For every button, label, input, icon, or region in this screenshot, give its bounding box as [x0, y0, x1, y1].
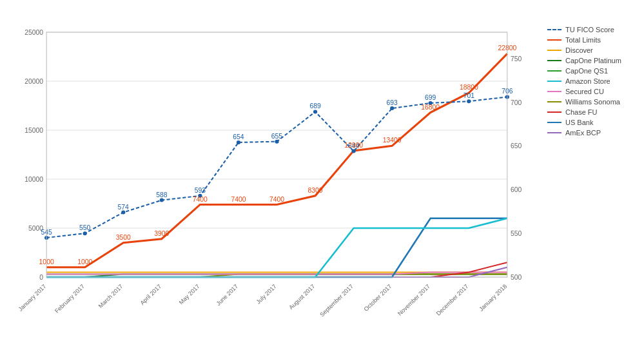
legend-label: AmEx BCP: [565, 129, 601, 137]
legend-line: [547, 60, 561, 61]
svg-text:650: 650: [511, 143, 522, 150]
svg-text:March 2017: March 2017: [97, 283, 124, 309]
svg-point-49: [390, 106, 394, 110]
svg-text:12900: 12900: [344, 142, 363, 149]
legend-item: Amazon Store: [547, 77, 638, 85]
svg-text:September 2017: September 2017: [318, 283, 355, 318]
svg-text:654: 654: [233, 133, 244, 140]
chart-area: 0500010000150002000025000500550600650700…: [6, 19, 638, 329]
legend-line: [547, 132, 561, 133]
legend-line: [547, 39, 561, 41]
svg-text:701: 701: [463, 92, 475, 99]
legend-label: Secured CU: [565, 88, 604, 95]
svg-text:February 2017: February 2017: [54, 283, 86, 314]
legend-line: [547, 81, 561, 82]
svg-text:May 2017: May 2017: [178, 283, 201, 305]
svg-text:693: 693: [387, 99, 398, 106]
svg-text:April 2017: April 2017: [139, 283, 162, 306]
svg-text:550: 550: [79, 224, 91, 231]
legend-label: Williams Sonoma: [565, 98, 620, 106]
svg-text:655: 655: [271, 133, 283, 140]
svg-text:7400: 7400: [231, 196, 246, 203]
legend-item: TU FICO Score: [547, 26, 638, 34]
legend-line: [547, 111, 561, 113]
legend-item: Chase FU: [547, 108, 638, 116]
svg-text:0: 0: [39, 274, 43, 281]
svg-text:November 2017: November 2017: [396, 283, 431, 316]
svg-text:10000: 10000: [24, 176, 43, 183]
svg-point-43: [275, 140, 278, 144]
legend-item: US Bank: [547, 119, 638, 126]
legend-line: [547, 122, 561, 123]
svg-text:8300: 8300: [308, 187, 323, 194]
legend-item: Secured CU: [547, 88, 638, 95]
legend-item: Discover: [547, 46, 638, 54]
svg-point-41: [237, 140, 240, 144]
svg-text:December 2017: December 2017: [435, 283, 470, 316]
svg-text:3900: 3900: [154, 230, 169, 237]
legend-line: [547, 101, 561, 102]
svg-text:January 2018: January 2018: [478, 283, 508, 312]
svg-text:August 2017: August 2017: [288, 283, 316, 311]
svg-point-35: [121, 211, 125, 215]
svg-text:574: 574: [118, 204, 130, 211]
svg-point-37: [160, 198, 164, 202]
svg-text:689: 689: [309, 103, 321, 110]
svg-text:13400: 13400: [383, 137, 402, 144]
svg-point-47: [352, 150, 356, 153]
legend-line: [547, 50, 561, 51]
svg-text:699: 699: [425, 94, 436, 101]
svg-text:July 2017: July 2017: [255, 283, 278, 305]
svg-point-33: [83, 231, 87, 235]
svg-text:1000: 1000: [77, 258, 92, 265]
legend-label: US Bank: [565, 119, 593, 126]
legend: TU FICO ScoreTotal LimitsDiscoverCapOne …: [547, 19, 638, 329]
svg-text:16800: 16800: [421, 104, 440, 111]
chart-container: 0500010000150002000025000500550600650700…: [0, 0, 644, 357]
svg-text:600: 600: [511, 186, 522, 193]
legend-line: [547, 70, 561, 72]
legend-label: Discover: [565, 46, 593, 54]
legend-label: Total Limits: [565, 36, 601, 44]
svg-point-53: [467, 99, 471, 103]
svg-text:January 2017: January 2017: [17, 283, 47, 312]
svg-text:588: 588: [156, 191, 168, 198]
svg-text:7400: 7400: [193, 196, 208, 203]
legend-label: CapOne Platinum: [565, 57, 621, 64]
svg-text:October 2017: October 2017: [363, 283, 393, 312]
svg-text:15000: 15000: [24, 127, 43, 134]
legend-label: CapOne QS1: [565, 67, 608, 75]
legend-item: Williams Sonoma: [547, 98, 638, 106]
svg-text:3500: 3500: [116, 234, 131, 241]
legend-label: Chase FU: [565, 108, 598, 116]
main-chart: 0500010000150002000025000500550600650700…: [6, 19, 547, 329]
legend-line: [547, 91, 561, 92]
svg-text:500: 500: [511, 274, 522, 281]
svg-text:25000: 25000: [24, 29, 43, 36]
legend-label: TU FICO Score: [565, 26, 614, 34]
svg-text:20000: 20000: [24, 78, 43, 85]
svg-text:750: 750: [511, 55, 522, 63]
svg-text:550: 550: [511, 230, 522, 237]
svg-text:700: 700: [511, 99, 522, 106]
svg-text:June 2017: June 2017: [215, 283, 239, 307]
legend-item: Total Limits: [547, 36, 638, 44]
svg-text:7400: 7400: [269, 196, 284, 203]
legend-item: CapOne QS1: [547, 67, 638, 75]
legend-line: [547, 29, 561, 30]
legend-label: Amazon Store: [565, 77, 610, 85]
svg-point-45: [313, 110, 317, 114]
legend-item: CapOne Platinum: [547, 57, 638, 64]
svg-text:593: 593: [195, 187, 206, 194]
legend-item: AmEx BCP: [547, 129, 638, 137]
svg-text:18800: 18800: [460, 84, 478, 91]
